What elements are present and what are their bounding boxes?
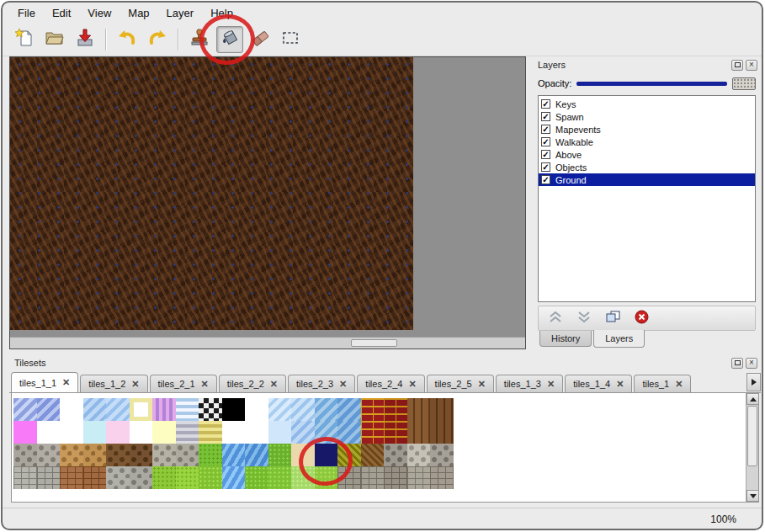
tile-r1-c7[interactable] xyxy=(152,398,176,421)
delete-layer-button[interactable] xyxy=(633,310,650,327)
tileset-tab-tiles_2_1[interactable]: tiles_2_1✕ xyxy=(150,375,217,392)
tab-close-icon[interactable]: ✕ xyxy=(616,380,624,389)
open-map-button[interactable] xyxy=(41,26,68,53)
stamp-tool-button[interactable] xyxy=(186,26,213,53)
tile-r2-c9[interactable] xyxy=(199,421,222,444)
tile-r1-c14[interactable] xyxy=(315,398,338,421)
raise-layer-button[interactable] xyxy=(547,310,564,327)
tile-r2-c11[interactable] xyxy=(245,421,268,444)
tile-r2-c5[interactable] xyxy=(106,421,130,444)
tile-r4-c8[interactable] xyxy=(176,466,199,489)
panel-float-button[interactable] xyxy=(731,60,743,71)
tile-r2-c2[interactable] xyxy=(37,421,61,444)
tileset-tab-tiles_1_1[interactable]: tiles_1_1✕ xyxy=(11,372,78,392)
tab-close-icon[interactable]: ✕ xyxy=(270,380,278,389)
map-horizontal-scrollbar[interactable] xyxy=(10,337,525,348)
tile-r3-c19[interactable] xyxy=(430,444,454,466)
tile-r3-c11[interactable] xyxy=(245,444,268,466)
tile-r1-c11[interactable] xyxy=(245,398,268,421)
tile-r1-c9[interactable] xyxy=(199,398,222,421)
layer-row-spawn[interactable]: ✓Spawn xyxy=(539,110,755,123)
tile-r2-c12[interactable] xyxy=(268,421,292,444)
tile-r3-c15[interactable] xyxy=(337,444,361,466)
tile-r3-c4[interactable] xyxy=(83,444,107,466)
tileset-tab-tiles_2_3[interactable]: tiles_2_3✕ xyxy=(288,375,355,392)
save-map-button[interactable] xyxy=(72,26,98,53)
tile-r2-c3[interactable] xyxy=(60,421,83,444)
tile-r4-c7[interactable] xyxy=(152,466,176,489)
panel-float-button[interactable] xyxy=(731,358,743,369)
tile-r3-c14[interactable] xyxy=(315,444,338,466)
layer-row-above[interactable]: ✓Above xyxy=(539,148,755,161)
layer-visibility-checkbox[interactable]: ✓ xyxy=(541,150,550,159)
tile-r3-c3[interactable] xyxy=(60,444,83,466)
tile-r4-c1[interactable] xyxy=(13,466,37,489)
tile-r4-c16[interactable] xyxy=(361,466,385,489)
tile-r3-c9[interactable] xyxy=(199,444,222,466)
layer-visibility-checkbox[interactable]: ✓ xyxy=(541,137,550,146)
rect-select-tool-button[interactable] xyxy=(277,26,304,53)
tile-r3-c8[interactable] xyxy=(176,444,199,466)
tile-r4-c11[interactable] xyxy=(245,466,268,489)
layer-row-objects[interactable]: ✓Objects xyxy=(539,161,755,173)
tile-r3-c17[interactable] xyxy=(384,444,407,466)
layer-row-ground[interactable]: ✓Ground xyxy=(539,173,755,186)
tile-r2-c17[interactable] xyxy=(384,421,407,444)
tile-r3-c18[interactable] xyxy=(407,444,431,466)
tile-r2-c13[interactable] xyxy=(291,421,315,444)
undo-button[interactable] xyxy=(114,26,141,53)
map-canvas[interactable] xyxy=(10,57,413,330)
tileset-tab-tiles_1[interactable]: tiles_1✕ xyxy=(634,375,691,392)
opacity-slider-handle[interactable] xyxy=(732,77,756,90)
tab-close-icon[interactable]: ✕ xyxy=(131,380,139,389)
tile-r4-c18[interactable] xyxy=(407,466,431,489)
tile-r4-c6[interactable] xyxy=(130,466,153,489)
tile-r1-c13[interactable] xyxy=(291,398,315,421)
tile-r2-c15[interactable] xyxy=(337,421,361,444)
menu-item-map[interactable]: Map xyxy=(121,5,156,21)
new-map-button[interactable] xyxy=(11,26,38,53)
tile-r2-c16[interactable] xyxy=(361,421,385,444)
tile-r1-c3[interactable] xyxy=(60,398,83,421)
tile-r2-c1[interactable] xyxy=(13,421,37,444)
tile-r1-c5[interactable] xyxy=(106,398,130,421)
tile-r2-c14[interactable] xyxy=(315,421,338,444)
redo-button[interactable] xyxy=(144,26,171,53)
layer-visibility-checkbox[interactable]: ✓ xyxy=(541,99,550,109)
menu-item-layer[interactable]: Layer xyxy=(160,5,201,21)
tile-r3-c5[interactable] xyxy=(106,444,130,466)
tile-r3-c13[interactable] xyxy=(291,444,315,466)
tile-r1-c1[interactable] xyxy=(13,398,37,421)
tileset-tab-tiles_1_3[interactable]: tiles_1_3✕ xyxy=(496,375,563,392)
tileset-vertical-scrollbar[interactable] xyxy=(746,393,758,502)
fill-tool-button[interactable] xyxy=(216,26,243,53)
tile-r2-c19[interactable] xyxy=(430,421,454,444)
scrollbar-handle[interactable] xyxy=(747,406,757,466)
tileset-tab-tiles_2_4[interactable]: tiles_2_4✕ xyxy=(357,375,424,392)
layer-row-walkable[interactable]: ✓Walkable xyxy=(539,136,755,148)
scroll-up-button[interactable] xyxy=(746,393,759,405)
tile-r4-c14[interactable] xyxy=(315,466,338,489)
layer-row-mapevents[interactable]: ✓Mapevents xyxy=(539,123,755,136)
tile-r1-c10[interactable] xyxy=(222,398,246,421)
tile-r3-c6[interactable] xyxy=(130,444,153,466)
scrollbar-handle[interactable] xyxy=(351,339,397,347)
scroll-down-button[interactable] xyxy=(746,490,759,502)
tab-scroll-right-button[interactable] xyxy=(746,373,761,391)
tile-r4-c17[interactable] xyxy=(384,466,407,489)
tile-r4-c15[interactable] xyxy=(337,466,361,489)
panel-close-button[interactable]: × xyxy=(746,358,757,369)
tile-r1-c2[interactable] xyxy=(37,398,61,421)
tile-r1-c15[interactable] xyxy=(337,398,361,421)
tile-r1-c6[interactable] xyxy=(130,398,153,421)
layer-visibility-checkbox[interactable]: ✓ xyxy=(541,162,550,172)
tile-r2-c6[interactable] xyxy=(130,421,153,444)
menu-item-file[interactable]: File xyxy=(11,5,42,21)
tile-r2-c18[interactable] xyxy=(407,421,431,444)
tab-layers[interactable]: Layers xyxy=(593,330,645,348)
tile-r3-c12[interactable] xyxy=(268,444,292,466)
tileset-tab-tiles_2_2[interactable]: tiles_2_2✕ xyxy=(219,375,286,392)
tile-r1-c8[interactable] xyxy=(176,398,199,421)
tile-r4-c4[interactable] xyxy=(83,466,107,489)
tile-r1-c18[interactable] xyxy=(407,398,431,421)
